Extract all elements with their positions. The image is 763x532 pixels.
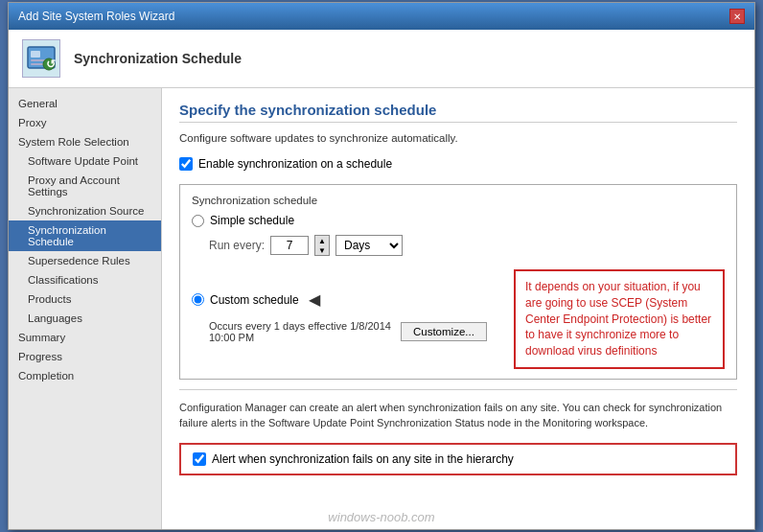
custom-schedule-label: Custom schedule xyxy=(210,293,299,307)
tooltip-text: It depends on your situation, if you are… xyxy=(525,280,711,358)
svg-rect-3 xyxy=(31,63,44,65)
window-title: Add Site System Roles Wizard xyxy=(18,10,174,23)
sidebar: GeneralProxySystem Role SelectionSoftwar… xyxy=(9,88,162,529)
tooltip-box: It depends on your situation, if you are… xyxy=(514,269,725,369)
enable-sync-row: Enable synchronization on a schedule xyxy=(179,157,737,171)
alert-row: Alert when synchronization fails on any … xyxy=(179,443,737,475)
header-title: Synchronization Schedule xyxy=(74,51,242,66)
svg-text:↺: ↺ xyxy=(46,58,56,71)
sidebar-item-proxy[interactable]: Proxy xyxy=(9,113,161,132)
simple-schedule-label: Simple schedule xyxy=(210,214,294,227)
occurs-text: Occurs every 1 days effective 1/8/201410… xyxy=(209,320,391,343)
group-title: Synchronization schedule xyxy=(192,195,725,206)
watermark: windows-noob.com xyxy=(328,510,434,524)
custom-schedule-radio[interactable] xyxy=(192,293,204,306)
run-every-row: Run every: ▲ ▼ Days Hours Weeks xyxy=(209,235,725,256)
sidebar-item-classifications[interactable]: Classifications xyxy=(9,270,161,289)
title-bar: Add Site System Roles Wizard ✕ xyxy=(9,3,754,30)
enable-sync-label: Enable synchronization on a schedule xyxy=(198,157,392,171)
sync-schedule-group: Synchronization schedule Simple schedule… xyxy=(179,184,737,380)
main-content: Specify the synchronization schedule Con… xyxy=(162,88,754,529)
sidebar-item-software-update-point[interactable]: Software Update Point xyxy=(9,151,161,171)
sidebar-item-progress[interactable]: Progress xyxy=(9,347,161,366)
sidebar-item-summary[interactable]: Summary xyxy=(9,328,161,347)
header-bar: ↺ Synchronization Schedule xyxy=(9,30,754,88)
content-area: GeneralProxySystem Role SelectionSoftwar… xyxy=(9,88,754,529)
sidebar-item-completion[interactable]: Completion xyxy=(9,366,161,385)
run-every-label: Run every: xyxy=(209,239,265,252)
arrow-indicator: ◀ xyxy=(309,290,320,309)
run-every-unit-dropdown[interactable]: Days Hours Weeks xyxy=(335,235,403,256)
description: Configure software updates to synchroniz… xyxy=(179,132,737,144)
sidebar-item-synchronization-schedule[interactable]: Synchronization Schedule xyxy=(9,220,161,251)
sidebar-item-system-role-selection[interactable]: System Role Selection xyxy=(9,132,161,151)
run-every-input[interactable] xyxy=(270,236,309,255)
sidebar-item-supersedence-rules[interactable]: Supersedence Rules xyxy=(9,251,161,270)
alert-checkbox[interactable] xyxy=(193,452,206,466)
spinner-down[interactable]: ▼ xyxy=(315,245,329,255)
sidebar-item-general[interactable]: General xyxy=(9,94,161,113)
spinner-up[interactable]: ▲ xyxy=(315,236,329,245)
title-bar-buttons: ✕ xyxy=(729,9,745,24)
enable-sync-checkbox[interactable] xyxy=(179,157,193,171)
sidebar-item-products[interactable]: Products xyxy=(9,289,161,309)
alert-label: Alert when synchronization fails on any … xyxy=(212,452,514,466)
wizard-icon: ↺ xyxy=(22,39,60,78)
sidebar-item-proxy-and-account-settings[interactable]: Proxy and Account Settings xyxy=(9,171,161,201)
customize-button[interactable]: Customize... xyxy=(401,322,487,341)
run-every-spinner: ▲ ▼ xyxy=(314,235,330,256)
sidebar-item-synchronization-source[interactable]: Synchronization Source xyxy=(9,201,161,220)
svg-rect-1 xyxy=(31,51,40,58)
section-title: Specify the synchronization schedule xyxy=(179,102,737,123)
occurs-row: Occurs every 1 days effective 1/8/201410… xyxy=(209,320,489,343)
close-button[interactable]: ✕ xyxy=(729,9,745,24)
main-window: Add Site System Roles Wizard ✕ ↺ Synchro… xyxy=(8,2,755,530)
info-text: Configuration Manager can create an aler… xyxy=(179,389,737,431)
simple-schedule-radio[interactable] xyxy=(192,215,204,227)
sidebar-item-languages[interactable]: Languages xyxy=(9,309,161,328)
simple-schedule-row: Simple schedule xyxy=(192,214,725,227)
custom-schedule-row: Custom schedule ◀ Occurs every 1 days ef… xyxy=(192,266,725,369)
